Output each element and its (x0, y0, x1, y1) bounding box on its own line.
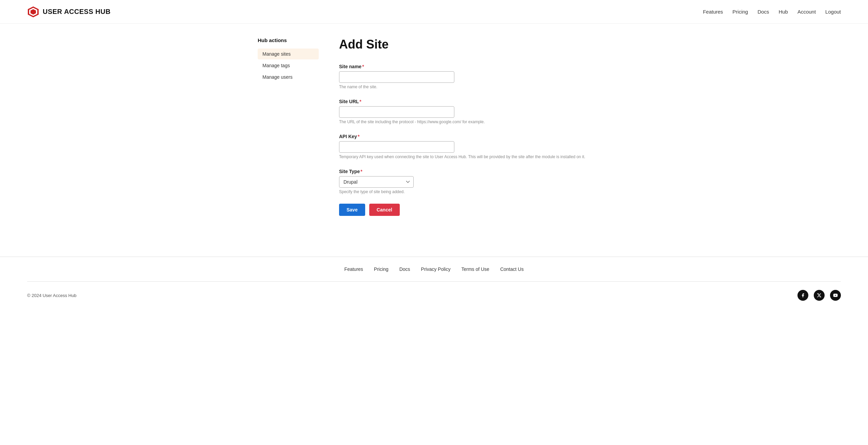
api-key-hint: Temporary API key used when connecting t… (339, 154, 610, 159)
logo-icon (27, 6, 39, 18)
site-url-input[interactable] (339, 106, 454, 118)
page-container: Hub actions Manage sites Manage tags Man… (231, 24, 637, 243)
footer-link-contact[interactable]: Contact Us (500, 266, 524, 272)
site-name-group: Site name* The name of the site. (339, 64, 610, 89)
site-url-group: Site URL* The URL of the site including … (339, 99, 610, 124)
footer-link-features[interactable]: Features (344, 266, 363, 272)
nav-features[interactable]: Features (703, 9, 723, 15)
site-name-hint: The name of the site. (339, 85, 610, 89)
footer-copyright: © 2024 User Access Hub (27, 293, 76, 298)
sidebar-title: Hub actions (258, 37, 319, 43)
footer-bottom: © 2024 User Access Hub (0, 282, 868, 309)
site-name-label: Site name* (339, 64, 610, 69)
facebook-icon[interactable] (797, 290, 808, 301)
footer-link-terms[interactable]: Terms of Use (461, 266, 489, 272)
site-type-group: Site Type* Drupal WordPress Joomla Speci… (339, 169, 610, 194)
site-type-select[interactable]: Drupal WordPress Joomla (339, 176, 414, 188)
required-star-site-name: * (362, 64, 364, 69)
api-key-label: API Key* (339, 134, 610, 139)
site-type-label: Site Type* (339, 169, 610, 174)
required-star-site-url: * (359, 99, 361, 104)
save-button[interactable]: Save (339, 204, 365, 216)
nav-pricing[interactable]: Pricing (732, 9, 748, 15)
form-actions: Save Cancel (339, 204, 610, 216)
youtube-icon[interactable] (830, 290, 841, 301)
nav-hub[interactable]: Hub (778, 9, 788, 15)
footer-link-privacy[interactable]: Privacy Policy (421, 266, 451, 272)
form-area: Add Site Site name* The name of the site… (339, 37, 610, 216)
nav-docs[interactable]: Docs (757, 9, 769, 15)
page-title: Add Site (339, 37, 610, 52)
footer-link-pricing[interactable]: Pricing (374, 266, 389, 272)
footer-links: Features Pricing Docs Privacy Policy Ter… (0, 257, 868, 281)
social-icons (797, 290, 841, 301)
main-nav: Features Pricing Docs Hub Account Logout (703, 9, 841, 15)
sidebar: Hub actions Manage sites Manage tags Man… (258, 37, 319, 216)
nav-account[interactable]: Account (797, 9, 816, 15)
required-star-site-type: * (360, 169, 362, 174)
cancel-button[interactable]: Cancel (369, 204, 400, 216)
api-key-group: API Key* Temporary API key used when con… (339, 134, 610, 159)
logo[interactable]: USER ACCESS HUB (27, 6, 111, 18)
api-key-input[interactable] (339, 141, 454, 153)
site-url-label: Site URL* (339, 99, 610, 104)
logo-text: USER ACCESS HUB (43, 8, 111, 16)
footer-link-docs[interactable]: Docs (399, 266, 410, 272)
sidebar-item-manage-tags[interactable]: Manage tags (258, 60, 319, 71)
site-url-hint: The URL of the site including the protoc… (339, 119, 610, 124)
sidebar-menu: Manage sites Manage tags Manage users (258, 49, 319, 82)
sidebar-item-manage-sites[interactable]: Manage sites (258, 49, 319, 59)
x-twitter-icon[interactable] (814, 290, 825, 301)
site-type-hint: Specify the type of site being added. (339, 189, 610, 194)
header: USER ACCESS HUB Features Pricing Docs Hu… (0, 0, 868, 24)
nav-logout[interactable]: Logout (825, 9, 841, 15)
footer: Features Pricing Docs Privacy Policy Ter… (0, 257, 868, 309)
required-star-api-key: * (358, 134, 359, 139)
sidebar-item-manage-users[interactable]: Manage users (258, 72, 319, 82)
site-name-input[interactable] (339, 71, 454, 83)
